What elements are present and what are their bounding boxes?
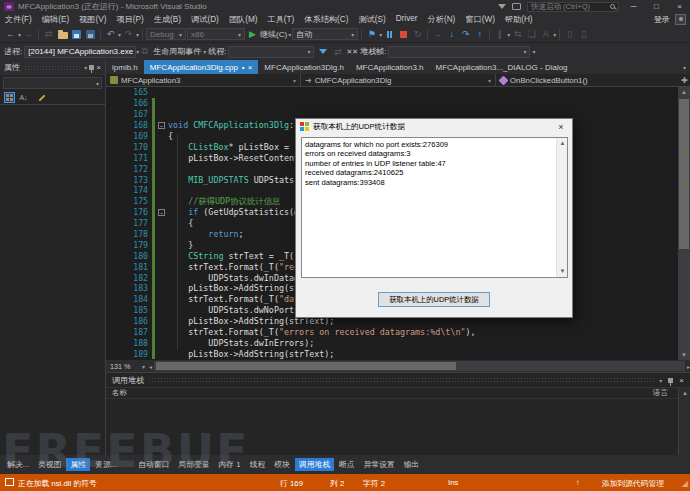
- bottom-tab[interactable]: 局部变量: [174, 458, 213, 471]
- sign-in-link[interactable]: 登录: [654, 14, 670, 25]
- collapse-icon[interactable]: -: [158, 122, 165, 129]
- type-nav-dropdown[interactable]: ➜ CMFCApplication3Dlg▾: [301, 74, 496, 86]
- navigate-back-icon[interactable]: ←: [4, 28, 17, 41]
- navigate-forward-icon[interactable]: →: [22, 28, 35, 41]
- listbox-line[interactable]: datagrams for which no port exists:27630…: [302, 138, 567, 149]
- thread-filter-icon[interactable]: [316, 45, 329, 58]
- filter-icon[interactable]: [498, 4, 506, 9]
- menu-item[interactable]: 分析(N): [423, 14, 461, 25]
- bottom-tab[interactable]: 自动窗口: [134, 458, 173, 471]
- save-icon[interactable]: [70, 28, 83, 41]
- bottom-tab[interactable]: 输出: [400, 458, 424, 471]
- document-tab[interactable]: MFCApplication3..._DIALOG - Dialog: [430, 60, 574, 74]
- call-stack-title-bar[interactable]: 调用堆栈 ▾ ×: [106, 373, 690, 387]
- properties-object-combobox[interactable]: ▾: [3, 77, 102, 89]
- panel-options-icon[interactable]: ▾: [84, 64, 87, 71]
- alphabetical-icon[interactable]: A↓: [18, 92, 29, 103]
- editor-vertical-scrollbar[interactable]: ▲ ▼: [678, 87, 690, 360]
- code-line[interactable]: 187 strText.Format(_T("errors on receive…: [106, 327, 690, 338]
- call-stack-body[interactable]: [106, 399, 690, 453]
- menu-item[interactable]: 项目(P): [111, 14, 148, 25]
- menu-item[interactable]: 编辑(E): [37, 14, 74, 25]
- document-tab[interactable]: MFCApplication3.h: [350, 60, 430, 74]
- menu-item[interactable]: 体系结构(C): [299, 14, 353, 25]
- get-udp-stats-button[interactable]: 获取本机上的UDP统计数据: [378, 292, 490, 307]
- member-nav-dropdown[interactable]: OnBnClickedButton1()▾: [496, 74, 690, 86]
- lifecycle-label[interactable]: 生命周期事件: [153, 46, 201, 57]
- zoom-dropdown-icon[interactable]: ▾: [142, 363, 145, 370]
- bottom-tab[interactable]: 断点: [335, 458, 359, 471]
- suspend-icon[interactable]: ✕✕: [346, 48, 358, 56]
- call-stack-scrollbar[interactable]: ▲: [678, 388, 690, 455]
- continue-icon[interactable]: ▶: [246, 28, 259, 41]
- code-map-icon[interactable]: ∥: [493, 28, 506, 41]
- listbox-scrollbar[interactable]: ▲ ▼: [556, 138, 567, 277]
- sync-icon[interactable]: ⇄: [42, 28, 55, 41]
- scrollbar-thumb[interactable]: [679, 99, 689, 249]
- panel-close-icon[interactable]: ×: [96, 63, 101, 72]
- auto-dropdown[interactable]: 自动▾: [292, 28, 358, 40]
- code-line[interactable]: 189 pListBox->AddString(strText);: [106, 348, 690, 359]
- continue-label[interactable]: 继续(C): [260, 29, 287, 40]
- menu-item[interactable]: 帮助(H): [500, 14, 538, 25]
- menu-item[interactable]: Driver: [391, 14, 423, 25]
- menu-item[interactable]: 窗口(W): [460, 14, 500, 25]
- categorized-icon[interactable]: [4, 92, 15, 103]
- platform-dropdown[interactable]: x86▾: [187, 28, 245, 40]
- tab-close-icon[interactable]: ×: [248, 63, 253, 72]
- document-tab[interactable]: MFCApplication3Dlg.cpp•×: [144, 60, 259, 74]
- step-into-icon[interactable]: ↓: [445, 28, 458, 41]
- bottom-tab[interactable]: 异常设置: [360, 458, 399, 471]
- hscroll-left-icon[interactable]: ◂: [149, 363, 152, 370]
- listbox-line[interactable]: received datagrams:2410625: [302, 168, 567, 177]
- property-pages-icon[interactable]: [36, 92, 47, 103]
- scroll-up-icon[interactable]: ▲: [679, 388, 690, 398]
- document-tab[interactable]: ipmib.h: [106, 60, 144, 74]
- process-dropdown[interactable]: [20144] MFCApplication3.exe▾: [24, 46, 136, 58]
- restart-icon[interactable]: ↻: [411, 28, 424, 41]
- collapse-icon[interactable]: -: [158, 209, 165, 216]
- source-control-button[interactable]: 添加到源代码管理: [602, 478, 664, 489]
- dialog-close-icon[interactable]: ×: [554, 122, 568, 132]
- undo-dropdown[interactable]: ▾: [118, 31, 121, 38]
- resize-grip[interactable]: ◢: [682, 479, 688, 488]
- zoom-level-dropdown[interactable]: 131 %: [106, 362, 142, 371]
- comment-icon[interactable]: ❏: [525, 28, 538, 41]
- break-all-icon[interactable]: [383, 28, 396, 41]
- stop-debug-icon[interactable]: [397, 28, 410, 41]
- solution-config-dropdown[interactable]: Debug▾: [146, 28, 186, 40]
- listbox-line[interactable]: number of entries in UDP listener table:…: [302, 159, 567, 168]
- flag-threads-icon[interactable]: ⇄: [331, 45, 344, 58]
- show-next-statement-icon[interactable]: →: [431, 28, 444, 41]
- stack-frame-dropdown[interactable]: ▾: [388, 46, 530, 58]
- undo-icon[interactable]: ↶: [104, 28, 117, 41]
- panel-close-icon[interactable]: ×: [679, 376, 684, 385]
- thread-dropdown[interactable]: ▾: [228, 46, 314, 58]
- bottom-tab[interactable]: 类视图: [34, 458, 65, 471]
- menu-item[interactable]: 调试(D): [186, 14, 224, 25]
- udp-stats-listbox[interactable]: datagrams for which no port exists:27630…: [301, 137, 568, 278]
- menu-item[interactable]: 工具(T): [262, 14, 299, 25]
- listbox-line[interactable]: sent datagrams:393408: [302, 178, 567, 187]
- process-icon[interactable]: ⇆: [511, 28, 524, 41]
- bottom-tab[interactable]: 内存 1: [215, 458, 245, 471]
- bottom-tab[interactable]: 线程: [246, 458, 270, 471]
- code-line[interactable]: 165: [106, 87, 690, 98]
- code-line[interactable]: 166: [106, 98, 690, 109]
- listbox-line[interactable]: errors on received datagrams:3: [302, 149, 567, 158]
- redo-icon[interactable]: ↷: [122, 28, 135, 41]
- scroll-up-icon[interactable]: ▲: [557, 138, 568, 149]
- quick-launch-input[interactable]: 快速启动 (Ctrl+Q): [527, 2, 619, 12]
- code-line[interactable]: 188 UDPStats.dwInErrors);: [106, 337, 690, 348]
- title-bar[interactable]: ∞ MFCApplication3 (正在运行) - Microsoft Vis…: [0, 0, 690, 13]
- properties-title-bar[interactable]: 属性 ▾ ×: [0, 60, 105, 75]
- bottom-tab[interactable]: 模块: [270, 458, 294, 471]
- feedback-icon[interactable]: [512, 3, 521, 10]
- pin-icon[interactable]: [668, 378, 673, 383]
- column-language[interactable]: 语言: [653, 388, 668, 398]
- project-nav-dropdown[interactable]: MFCApplication3▾: [106, 74, 301, 86]
- bottom-tab[interactable]: 调用堆栈: [295, 458, 334, 471]
- maximize-button[interactable]: □: [648, 1, 665, 12]
- open-file-icon[interactable]: [56, 28, 69, 41]
- bottom-tab[interactable]: 资源...: [91, 458, 121, 471]
